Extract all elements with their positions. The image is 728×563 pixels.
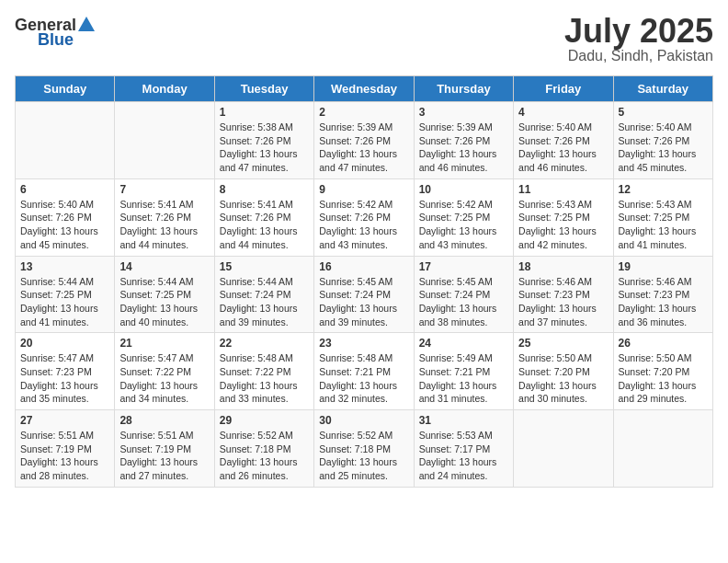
day-number: 26 <box>619 337 708 350</box>
calendar-cell: 13Sunrise: 5:44 AMSunset: 7:25 PMDayligh… <box>16 256 115 333</box>
day-info: Sunrise: 5:42 AMSunset: 7:25 PMDaylight:… <box>419 198 508 252</box>
day-info: Sunrise: 5:46 AMSunset: 7:23 PMDaylight:… <box>619 275 708 329</box>
day-info: Sunrise: 5:51 AMSunset: 7:19 PMDaylight:… <box>119 429 209 483</box>
calendar-cell: 2Sunrise: 5:39 AMSunset: 7:26 PMDaylight… <box>314 102 414 179</box>
calendar-week-row: 20Sunrise: 5:47 AMSunset: 7:23 PMDayligh… <box>16 333 713 410</box>
day-info: Sunrise: 5:52 AMSunset: 7:18 PMDaylight:… <box>220 429 309 483</box>
day-number: 27 <box>20 414 109 427</box>
calendar-subtitle: Dadu, Sindh, Pakistan <box>564 48 713 64</box>
day-info: Sunrise: 5:38 AMSunset: 7:26 PMDaylight:… <box>220 121 309 175</box>
day-info: Sunrise: 5:47 AMSunset: 7:22 PMDaylight:… <box>119 351 209 406</box>
day-number: 7 <box>119 183 209 196</box>
day-info: Sunrise: 5:43 AMSunset: 7:25 PMDaylight:… <box>619 198 708 252</box>
day-info: Sunrise: 5:50 AMSunset: 7:20 PMDaylight:… <box>518 351 608 406</box>
day-info: Sunrise: 5:52 AMSunset: 7:18 PMDaylight:… <box>319 429 408 483</box>
calendar-cell: 7Sunrise: 5:41 AMSunset: 7:26 PMDaylight… <box>115 178 214 256</box>
page-header: General Blue July 2025 Dadu, Sindh, Paki… <box>15 15 713 64</box>
weekday-header: Friday <box>514 76 613 102</box>
calendar-cell: 12Sunrise: 5:43 AMSunset: 7:25 PMDayligh… <box>613 178 712 256</box>
day-info: Sunrise: 5:40 AMSunset: 7:26 PMDaylight:… <box>518 121 608 175</box>
day-info: Sunrise: 5:44 AMSunset: 7:25 PMDaylight:… <box>119 275 209 329</box>
day-number: 2 <box>319 106 408 119</box>
calendar-week-row: 27Sunrise: 5:51 AMSunset: 7:19 PMDayligh… <box>16 410 713 488</box>
day-info: Sunrise: 5:39 AMSunset: 7:26 PMDaylight:… <box>319 121 408 175</box>
calendar-cell: 27Sunrise: 5:51 AMSunset: 7:19 PMDayligh… <box>16 410 115 488</box>
day-number: 20 <box>20 337 109 350</box>
calendar-week-row: 6Sunrise: 5:40 AMSunset: 7:26 PMDaylight… <box>16 178 713 256</box>
day-info: Sunrise: 5:39 AMSunset: 7:26 PMDaylight:… <box>419 121 508 175</box>
calendar-cell: 30Sunrise: 5:52 AMSunset: 7:18 PMDayligh… <box>314 410 414 488</box>
calendar-cell: 28Sunrise: 5:51 AMSunset: 7:19 PMDayligh… <box>115 410 214 488</box>
day-number: 23 <box>319 337 408 350</box>
calendar-cell: 8Sunrise: 5:41 AMSunset: 7:26 PMDaylight… <box>214 178 313 256</box>
day-number: 1 <box>220 106 309 119</box>
day-info: Sunrise: 5:45 AMSunset: 7:24 PMDaylight:… <box>419 275 508 329</box>
logo: General Blue <box>15 15 97 48</box>
calendar-cell: 15Sunrise: 5:44 AMSunset: 7:24 PMDayligh… <box>214 256 313 333</box>
calendar-cell: 26Sunrise: 5:50 AMSunset: 7:20 PMDayligh… <box>613 333 712 410</box>
day-number: 3 <box>419 106 508 119</box>
weekday-header: Thursday <box>414 76 513 102</box>
day-info: Sunrise: 5:49 AMSunset: 7:21 PMDaylight:… <box>419 351 508 406</box>
day-info: Sunrise: 5:53 AMSunset: 7:17 PMDaylight:… <box>419 429 508 483</box>
day-number: 18 <box>518 260 608 273</box>
day-info: Sunrise: 5:47 AMSunset: 7:23 PMDaylight:… <box>20 351 109 406</box>
logo-blue: Blue <box>38 31 74 48</box>
calendar-cell <box>613 410 712 488</box>
calendar-title: July 2025 <box>564 15 713 48</box>
calendar-cell: 22Sunrise: 5:48 AMSunset: 7:22 PMDayligh… <box>214 333 313 410</box>
calendar-cell: 17Sunrise: 5:45 AMSunset: 7:24 PMDayligh… <box>414 256 513 333</box>
calendar-cell: 25Sunrise: 5:50 AMSunset: 7:20 PMDayligh… <box>514 333 613 410</box>
calendar-week-row: 13Sunrise: 5:44 AMSunset: 7:25 PMDayligh… <box>16 256 713 333</box>
calendar-cell: 4Sunrise: 5:40 AMSunset: 7:26 PMDaylight… <box>514 102 613 179</box>
day-number: 9 <box>319 183 408 196</box>
svg-marker-0 <box>78 17 95 31</box>
day-number: 30 <box>319 414 408 427</box>
calendar-cell <box>16 102 115 179</box>
calendar-cell: 18Sunrise: 5:46 AMSunset: 7:23 PMDayligh… <box>514 256 613 333</box>
calendar-cell <box>115 102 214 179</box>
day-number: 22 <box>220 337 309 350</box>
day-info: Sunrise: 5:40 AMSunset: 7:26 PMDaylight:… <box>619 121 708 175</box>
calendar-cell: 20Sunrise: 5:47 AMSunset: 7:23 PMDayligh… <box>16 333 115 410</box>
day-info: Sunrise: 5:44 AMSunset: 7:25 PMDaylight:… <box>20 275 109 329</box>
day-info: Sunrise: 5:43 AMSunset: 7:25 PMDaylight:… <box>518 198 608 252</box>
day-number: 10 <box>419 183 508 196</box>
weekday-header: Saturday <box>613 76 712 102</box>
calendar-cell: 6Sunrise: 5:40 AMSunset: 7:26 PMDaylight… <box>16 178 115 256</box>
calendar-cell: 23Sunrise: 5:48 AMSunset: 7:21 PMDayligh… <box>314 333 414 410</box>
weekday-header: Sunday <box>16 76 115 102</box>
calendar-cell: 5Sunrise: 5:40 AMSunset: 7:26 PMDaylight… <box>613 102 712 179</box>
calendar-cell: 3Sunrise: 5:39 AMSunset: 7:26 PMDaylight… <box>414 102 513 179</box>
day-number: 25 <box>518 337 608 350</box>
day-number: 11 <box>518 183 608 196</box>
calendar-cell: 29Sunrise: 5:52 AMSunset: 7:18 PMDayligh… <box>214 410 313 488</box>
calendar-cell: 16Sunrise: 5:45 AMSunset: 7:24 PMDayligh… <box>314 256 414 333</box>
day-number: 28 <box>119 414 209 427</box>
day-info: Sunrise: 5:41 AMSunset: 7:26 PMDaylight:… <box>220 198 309 252</box>
day-number: 6 <box>20 183 109 196</box>
weekday-header-row: SundayMondayTuesdayWednesdayThursdayFrid… <box>16 76 713 102</box>
weekday-header: Monday <box>115 76 214 102</box>
day-info: Sunrise: 5:44 AMSunset: 7:24 PMDaylight:… <box>220 275 309 329</box>
calendar-cell: 14Sunrise: 5:44 AMSunset: 7:25 PMDayligh… <box>115 256 214 333</box>
weekday-header: Wednesday <box>314 76 414 102</box>
day-number: 4 <box>518 106 608 119</box>
day-number: 13 <box>20 260 109 273</box>
day-info: Sunrise: 5:45 AMSunset: 7:24 PMDaylight:… <box>319 275 408 329</box>
day-number: 8 <box>220 183 309 196</box>
day-number: 19 <box>619 260 708 273</box>
calendar-cell <box>514 410 613 488</box>
title-block: July 2025 Dadu, Sindh, Pakistan <box>564 15 713 64</box>
day-info: Sunrise: 5:50 AMSunset: 7:20 PMDaylight:… <box>619 351 708 406</box>
day-number: 29 <box>220 414 309 427</box>
day-info: Sunrise: 5:48 AMSunset: 7:22 PMDaylight:… <box>220 351 309 406</box>
calendar-table: SundayMondayTuesdayWednesdayThursdayFrid… <box>15 75 713 488</box>
day-number: 21 <box>119 337 209 350</box>
calendar-cell: 11Sunrise: 5:43 AMSunset: 7:25 PMDayligh… <box>514 178 613 256</box>
day-number: 15 <box>220 260 309 273</box>
calendar-cell: 21Sunrise: 5:47 AMSunset: 7:22 PMDayligh… <box>115 333 214 410</box>
day-number: 16 <box>319 260 408 273</box>
day-info: Sunrise: 5:42 AMSunset: 7:26 PMDaylight:… <box>319 198 408 252</box>
day-info: Sunrise: 5:41 AMSunset: 7:26 PMDaylight:… <box>119 198 209 252</box>
